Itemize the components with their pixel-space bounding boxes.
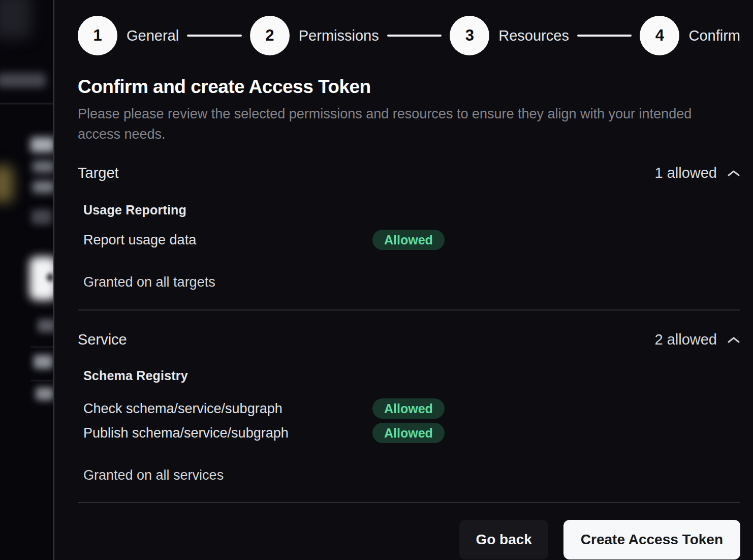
step-number-circle: 1	[78, 16, 117, 55]
chevron-up-icon	[727, 336, 740, 344]
create-access-token-modal: 1 General 2 Permissions 3 Resources	[54, 0, 753, 560]
service-section-header: Service 2 allowed	[78, 331, 740, 348]
step-label: Confirm	[688, 27, 740, 44]
step-number: 4	[655, 26, 664, 45]
modal-footer: Go back Create Access Token	[78, 520, 740, 559]
step-number-circle: 3	[450, 16, 489, 55]
blurred-card-glyph	[47, 273, 53, 282]
blurred-text-fragment	[36, 387, 53, 400]
create-access-token-button[interactable]: Create Access Token	[563, 520, 740, 559]
step-label: Permissions	[299, 27, 379, 44]
allowed-count: 1 allowed	[654, 165, 717, 181]
footer-divider	[78, 502, 740, 503]
blurred-text-fragment	[34, 355, 53, 369]
blurred-icon-fragment	[32, 209, 52, 225]
allowed-count: 2 allowed	[654, 331, 717, 348]
permission-rows: Report usage data Allowed	[83, 228, 740, 252]
permission-row: Report usage data Allowed	[83, 228, 740, 252]
stepper-step-confirm[interactable]: 4 Confirm	[640, 16, 740, 55]
blurred-divider	[30, 380, 53, 381]
blurred-text-fragment	[30, 137, 53, 152]
permission-label: Publish schema/service/subgraph	[83, 425, 372, 441]
stepper-connector	[577, 35, 632, 37]
section-divider	[78, 309, 740, 310]
granted-note: Granted on all services	[83, 468, 740, 483]
step-label: Resources	[498, 27, 569, 44]
target-section: Target 1 allowed Usage Reporting Report …	[78, 165, 740, 290]
blurred-text-fragment	[33, 161, 53, 173]
section-title: Target	[78, 165, 119, 181]
stepper-connector	[387, 35, 442, 37]
stepper-connector	[187, 35, 242, 37]
stepper-step-resources[interactable]: 3 Resources	[450, 16, 569, 55]
status-badge: Allowed	[372, 423, 445, 443]
blurred-logo-blob	[0, 0, 32, 39]
blurred-text-fragment	[38, 319, 53, 332]
blurred-divider	[30, 347, 53, 348]
step-number-circle: 4	[640, 16, 679, 55]
target-section-header: Target 1 allowed	[78, 165, 740, 181]
blurred-text-fragment	[33, 181, 53, 193]
wizard-stepper: 1 General 2 Permissions 3 Resources	[78, 16, 740, 55]
stepper-step-permissions[interactable]: 2 Permissions	[250, 16, 379, 55]
blurred-nav-label	[0, 73, 46, 87]
go-back-button[interactable]: Go back	[459, 520, 548, 559]
chevron-up-icon	[727, 169, 740, 177]
step-number: 2	[265, 26, 274, 45]
permission-row: Publish schema/service/subgraph Allowed	[83, 421, 740, 445]
permission-label: Report usage data	[83, 232, 372, 248]
permission-group: Usage Reporting Report usage data Allowe…	[78, 203, 740, 290]
step-number-circle: 2	[250, 16, 290, 55]
page-subtitle: Please please review the selected permis…	[78, 104, 708, 144]
background-page-blurred	[0, 0, 53, 560]
permission-label: Check schema/service/subgraph	[83, 401, 372, 417]
permission-group-title: Schema Registry	[83, 368, 740, 383]
status-badge: Allowed	[372, 398, 445, 419]
stepper-step-general[interactable]: 1 General	[78, 16, 179, 55]
step-number: 1	[93, 26, 102, 45]
permission-row: Check schema/service/subgraph Allowed	[83, 396, 740, 421]
blurred-accent-blob	[0, 166, 13, 202]
blurred-divider	[0, 103, 53, 104]
service-section: Service 2 allowed Schema Registry Check …	[78, 331, 740, 483]
service-collapse-toggle[interactable]: 2 allowed	[654, 331, 740, 348]
permission-group-title: Usage Reporting	[83, 203, 740, 217]
step-number: 3	[465, 26, 474, 45]
modal-content: 1 General 2 Permissions 3 Resources	[54, 16, 753, 560]
status-badge: Allowed	[372, 230, 445, 250]
target-collapse-toggle[interactable]: 1 allowed	[654, 165, 740, 181]
granted-note: Granted on all targets	[83, 274, 740, 290]
permission-rows: Check schema/service/subgraph Allowed Pu…	[83, 396, 740, 445]
step-label: General	[127, 27, 179, 44]
section-title: Service	[78, 331, 127, 348]
page-title: Confirm and create Access Token	[78, 77, 740, 97]
permission-group: Schema Registry Check schema/service/sub…	[78, 368, 740, 483]
